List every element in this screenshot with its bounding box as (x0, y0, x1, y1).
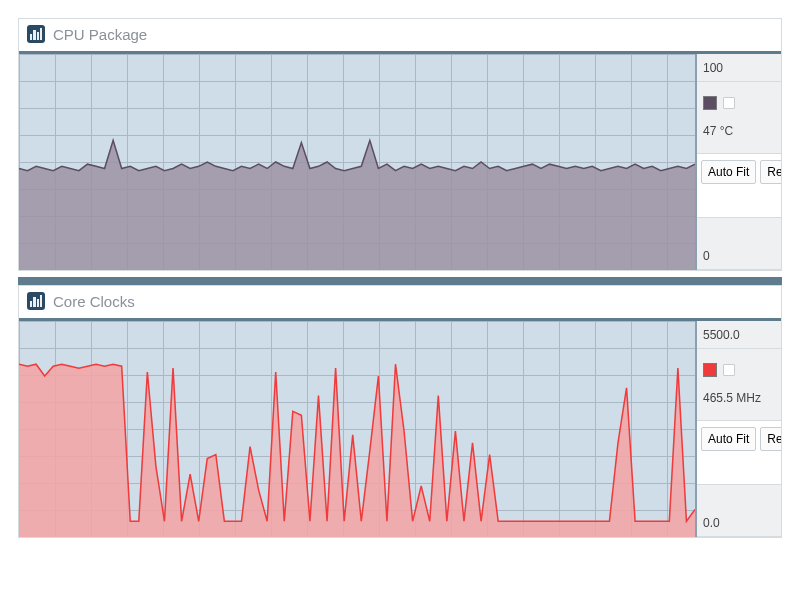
monitoring-panel: Core Clocks5500.0465.5 MHzAuto FitRe0.0 (18, 285, 782, 538)
series-toggle-swatch[interactable] (723, 97, 735, 109)
panel-divider (18, 277, 782, 285)
y-min-label: 0.0 (703, 516, 720, 530)
current-value-label: 47 °C (703, 124, 775, 138)
chart-side-panel: 5500.0465.5 MHzAuto FitRe0.0 (697, 321, 781, 537)
reset-button[interactable]: Re (760, 427, 781, 451)
series-color-swatch[interactable] (703, 363, 717, 377)
auto-fit-button[interactable]: Auto Fit (701, 427, 756, 451)
current-value-label: 465.5 MHz (703, 391, 775, 405)
legend-row: 47 °C (697, 82, 781, 154)
panel-body: 10047 °CAuto FitRe0 (19, 54, 781, 270)
barchart-icon (27, 292, 45, 310)
y-min-label: 0 (703, 249, 710, 263)
chart-area (19, 54, 697, 270)
y-max-label: 5500.0 (703, 328, 740, 342)
panel-title: Core Clocks (53, 293, 135, 310)
y-max-label: 100 (703, 61, 723, 75)
barchart-icon (27, 25, 45, 43)
chart-plot (19, 54, 695, 270)
panel-title: CPU Package (53, 26, 147, 43)
chart-plot (19, 321, 695, 537)
panel-body: 5500.0465.5 MHzAuto FitRe0.0 (19, 321, 781, 537)
panel-header: CPU Package (19, 19, 781, 54)
series-toggle-swatch[interactable] (723, 364, 735, 376)
monitoring-panel: CPU Package10047 °CAuto FitRe0 (18, 18, 782, 271)
chart-side-panel: 10047 °CAuto FitRe0 (697, 54, 781, 270)
chart-area (19, 321, 697, 537)
reset-button[interactable]: Re (760, 160, 781, 184)
series-color-swatch[interactable] (703, 96, 717, 110)
legend-row: 465.5 MHz (697, 349, 781, 421)
auto-fit-button[interactable]: Auto Fit (701, 160, 756, 184)
panel-header: Core Clocks (19, 286, 781, 321)
